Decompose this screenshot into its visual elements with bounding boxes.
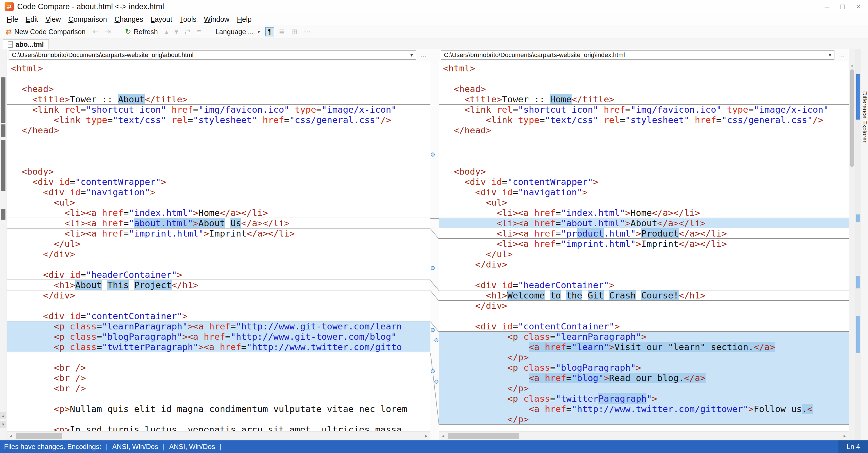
code-line[interactable]: <html> [439,63,849,73]
difference-overview-map[interactable] [855,49,861,441]
code-left[interactable]: <html> <head> <title>Tower :: About</tit… [7,61,430,431]
code-line[interactable]: <title>Tower :: Home</title> [439,94,849,104]
code-line[interactable]: </ul> [439,249,849,259]
scroll-up-button[interactable]: ▴ [0,412,6,419]
merge-change-button[interactable] [431,328,435,332]
code-line[interactable] [439,424,849,431]
diff-map-marker[interactable] [856,215,860,222]
code-line[interactable] [7,73,430,84]
diff-map-marker[interactable] [856,276,860,288]
code-line[interactable]: <li><a href="index.html">Home</a></li> [7,207,430,218]
diff-map-marker[interactable] [856,74,860,120]
right-horizontal-scrollbar[interactable]: ◂ ▸ [439,431,849,441]
code-line[interactable] [439,135,849,145]
code-line[interactable]: </div> [439,259,849,269]
code-line[interactable]: <p class="learnParagraph"><a href="http:… [7,321,430,331]
code-line[interactable]: <div id="contentWrapper"> [7,176,430,187]
merge-change-button[interactable] [431,369,435,373]
scroll-left-icon[interactable]: ◂ [7,431,15,441]
right-browse-button[interactable]: ... [837,51,847,59]
left-file-path-combobox[interactable]: C:\Users\brunobrito\Documents\carparts-w… [9,51,416,60]
menu-help[interactable]: Help [233,15,255,24]
menu-edit[interactable]: Edit [22,15,41,24]
scroll-up-icon[interactable]: ▴ [849,62,855,68]
code-right[interactable]: <html> <head> <title>Tower :: Home</titl… [439,61,849,431]
change-marker[interactable] [1,209,5,220]
menu-layout[interactable]: Layout [147,15,176,24]
code-line[interactable]: </head> [439,125,849,135]
code-line[interactable]: </p> [439,352,849,362]
code-line[interactable]: <a href="learn">Visit our "learn" sectio… [439,342,849,352]
show-lines-icon[interactable]: ≣ [277,27,287,36]
code-line[interactable]: <li><a href="about.html">About Us</a></l… [7,218,430,228]
code-line[interactable]: <div id="contentContainer"> [7,311,430,321]
change-marker[interactable] [1,140,5,191]
scroll-down-button[interactable]: ▾ [0,421,6,428]
code-line[interactable]: <ul> [7,197,430,207]
code-line[interactable] [439,73,849,84]
code-line[interactable]: <title>Tower :: About</title> [7,94,430,104]
more-options-icon[interactable]: ⋯ [302,27,312,36]
code-line[interactable]: </div> [439,300,849,311]
code-line[interactable] [7,300,430,311]
scroll-right-icon[interactable]: ▸ [841,431,849,441]
code-line[interactable]: <p class="twitterParagraph"> [439,393,849,404]
code-line[interactable] [439,156,849,166]
menu-tools[interactable]: Tools [176,15,200,24]
code-line[interactable] [439,145,849,156]
difference-explorer-tab[interactable]: Difference Explorer [861,51,868,183]
left-horizontal-scrollbar[interactable]: ◂ ▸ [7,431,430,441]
maximize-button[interactable]: □ [840,2,845,11]
code-line[interactable]: </head> [7,125,430,135]
code-line[interactable] [7,259,430,269]
code-line[interactable]: <div id="navigation"> [7,187,430,197]
prev-difference-icon[interactable]: ▴ [163,27,170,36]
code-line[interactable]: <li><a href="imprint.html">Imprint</a></… [439,238,849,249]
menu-changes[interactable]: Changes [111,15,147,24]
code-line[interactable]: <p class="learnParagraph"> [439,331,849,342]
code-line[interactable]: <br /> [7,383,430,393]
merge-change-button[interactable] [431,153,435,157]
right-hscroll-thumb[interactable] [447,433,519,439]
code-line[interactable]: <div id="contentWrapper"> [439,176,849,187]
menu-file[interactable]: File [3,15,22,24]
code-line[interactable]: <body> [439,166,849,176]
code-line[interactable]: <ul> [439,197,849,207]
right-file-path-combobox[interactable]: C:\Users\brunobrito\Documents\carparts-w… [441,51,834,60]
code-line[interactable]: <h1>Welcome to the Git Crash Course!</h1… [439,290,849,300]
code-line[interactable]: <a href="http://www.twitter.com/gittower… [439,404,849,414]
merge-change-button[interactable] [434,380,438,384]
refresh-button[interactable]: ↻ Refresh [123,27,160,37]
code-line[interactable]: <div id="contentContainer"> [439,321,849,331]
code-line[interactable]: <br /> [7,373,430,383]
right-vertical-scrollbar[interactable]: ▴ [849,49,855,441]
grid-icon[interactable]: ⊞ [289,27,299,36]
left-change-scrollbar[interactable]: ▴ ▾ [0,49,7,441]
diff-map-marker[interactable] [856,316,860,353]
code-line[interactable]: </p> [439,383,849,393]
code-line[interactable] [7,156,430,166]
language-dropdown[interactable]: Language ... ▾ [213,27,262,37]
scroll-right-icon[interactable]: ▸ [423,431,430,441]
minimize-button[interactable]: – [825,2,829,11]
tab-comparison-document[interactable]: abo...tml [3,39,49,49]
code-line[interactable]: <p>Nullam quis elit id magna condimentum… [7,404,430,414]
find-icon[interactable]: ≡ [195,27,203,36]
code-line[interactable] [7,135,430,145]
code-line[interactable] [7,414,430,424]
menu-view[interactable]: View [41,15,65,24]
change-marker[interactable] [1,124,5,137]
code-line[interactable]: <li><a href="imprint.html">Imprint</a></… [7,228,430,238]
code-line[interactable]: <body> [7,166,430,176]
merge-change-button[interactable] [431,266,435,270]
code-line[interactable]: </div> [7,249,430,259]
swap-sides-icon[interactable]: ⇄ [183,27,192,36]
code-line[interactable]: <link type="text/css" rel="stylesheet" h… [7,115,430,125]
code-line[interactable]: <li><a href="about.html">About</a></li> [439,218,849,228]
code-line[interactable] [439,269,849,280]
scroll-left-icon[interactable]: ◂ [439,431,447,441]
code-line[interactable]: <head> [7,84,430,94]
left-hscroll-thumb[interactable] [16,433,62,439]
code-line[interactable]: <head> [439,84,849,94]
code-line[interactable]: <html> [7,63,430,73]
